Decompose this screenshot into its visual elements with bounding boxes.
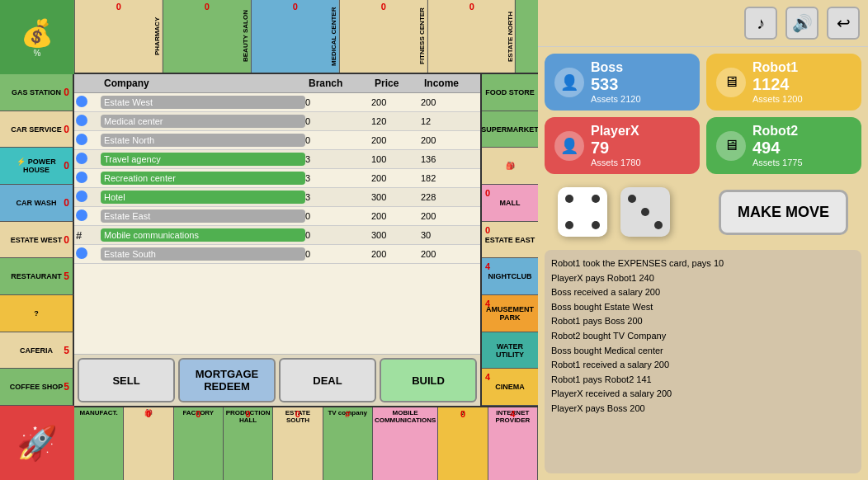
dot [565,195,573,203]
mortgage-button[interactable]: MORTGAGEREDEEM [178,358,276,402]
dot [578,208,587,216]
player-card-robot2: 🖥 Robot2 494 Assets 1775 [706,117,861,174]
col-branch: Branch [305,78,371,89]
dot [628,208,636,216]
player-name: Robot2 [752,124,803,139]
table-row: Recreation center 3 200 182 [74,169,480,188]
sound-button[interactable]: 🔊 [785,7,818,40]
log-entry: Robot1 took the EXPENSES card, pays 10 [551,256,855,271]
bottom-cell-2: 0FACTORY [174,407,224,480]
branch-value: 3 [305,154,371,164]
player-cash: 79 [591,139,641,158]
left-cell-6: ? [0,295,74,332]
log-entry: Robot1 pays Robot2 141 [551,373,855,388]
player-assets: Assets 1200 [752,94,803,104]
property-name: Recreation center [101,172,305,185]
exit-button[interactable]: ↩ [827,7,860,40]
property-name: Hotel [101,191,305,204]
property-name: Mobile communications [101,228,305,242]
income-value: 12 [421,116,479,126]
top-cell-0: PHARMACY0 [74,0,163,73]
player-cash: 1124 [752,75,803,94]
sell-button[interactable]: SELL [78,358,175,402]
left-cell-7: CAFERIA5 [0,332,74,369]
table-row: Hotel 3 300 228 [74,188,480,207]
player-name: Robot1 [752,60,803,75]
player-card-boss: 👤 Boss 533 Assets 2120 [545,54,700,111]
player-info: Robot2 494 Assets 1775 [752,124,803,167]
row-dot [76,153,101,166]
row-dot [76,134,101,147]
die-1 [558,187,607,237]
row-dot [76,96,101,109]
make-move-button[interactable]: MAKE MOVE [719,190,848,235]
right-cell-6: AMUSEMENT PARK4 [482,295,538,332]
table-row: Estate South 0 200 200 [74,245,480,264]
right-cell-0: FOOD STORE [482,74,538,111]
bottom-cell-1: 0🎒 [124,407,173,480]
right-cell-3: MALL0 [482,185,538,222]
left-strip: GAS STATION0CAR SERVICE0⚡ POWER HOUSE0CA… [0,74,74,406]
price-value: 200 [371,249,421,259]
col-company: Company [101,78,305,89]
bottom-cell-4: 0ESTATE SOUTH [273,407,323,480]
build-button[interactable]: BUILD [380,358,477,402]
table-row: Travel agency 3 100 136 [74,150,480,169]
player-name: Boss [591,60,641,75]
dot [592,195,600,203]
price-value: 200 [371,211,421,221]
player-avatar: 👤 [554,68,584,97]
log-entry: Robot1 pays Boss 200 [551,314,855,329]
row-dot [76,115,101,128]
property-table: Company Branch Price Income Estate West … [74,74,480,354]
col-income: Income [421,78,479,89]
dot [565,208,573,216]
main-area: Company Branch Price Income Estate West … [74,74,480,406]
income-value: 200 [421,97,479,107]
left-cell-5: RESTAURANT5 [0,258,74,295]
left-cell-2: ⚡ POWER HOUSE0 [0,148,74,185]
dot [641,195,649,203]
player-card-robot1: 🖥 Robot1 1124 Assets 1200 [706,54,861,111]
top-cell-1: BEAUTY SALON0 [163,0,251,73]
branch-value: 0 [305,116,371,126]
player-info: Robot1 1124 Assets 1200 [752,60,803,104]
income-value: 30 [421,230,479,240]
bottom-strip: 🚀 MANUFACT.0🎒0FACTORY0PRODUCTION HALL0ES… [0,406,538,480]
table-header: Company Branch Price Income [74,74,480,93]
bottom-cell-5: #TV company [323,407,373,480]
deal-button[interactable]: DEAL [279,358,376,402]
row-dot: # [76,229,101,241]
log-entry: PlayerX received a salary 200 [551,387,855,402]
action-buttons: SELL MORTGAGEREDEEM DEAL BUILD [74,354,480,406]
income-value: 228 [421,192,479,202]
right-cell-1: SUPERMARKET [482,111,538,148]
log-entry: PlayerX pays Robot1 240 [551,271,855,286]
col-indicator [76,78,101,89]
music-button[interactable]: ♪ [744,7,777,40]
player-info: Boss 533 Assets 2120 [591,60,641,104]
income-value: 200 [421,135,479,145]
property-name: Travel agency [101,153,305,166]
property-name: Medical center [101,115,305,128]
price-value: 300 [371,230,421,240]
right-cell-7: WATER UTILITY [482,332,538,369]
price-value: 100 [371,154,421,164]
right-cell-5: NIGHTCLUB4 [482,258,538,295]
table-row: Estate East 0 200 200 [74,207,480,226]
dot [628,195,636,203]
branch-value: 3 [305,173,371,183]
dot [592,221,600,229]
log-entry: PlayerX pays Boss 200 [551,402,855,416]
bottom-cell-0: MANUFACT. [74,407,124,480]
right-cell-2: 🎒 [482,148,538,185]
dot [641,208,649,216]
price-value: 200 [371,135,421,145]
top-cell-4: ESTATE NORTH0 [427,0,516,73]
right-strip: FOOD STORESUPERMARKET🎒MALL0ESTATE EAST0N… [480,74,538,406]
row-dot [76,172,101,185]
property-name: Estate East [101,209,305,223]
branch-value: 0 [305,135,371,145]
player-avatar: 🖥 [716,68,746,97]
income-value: 200 [421,249,479,259]
